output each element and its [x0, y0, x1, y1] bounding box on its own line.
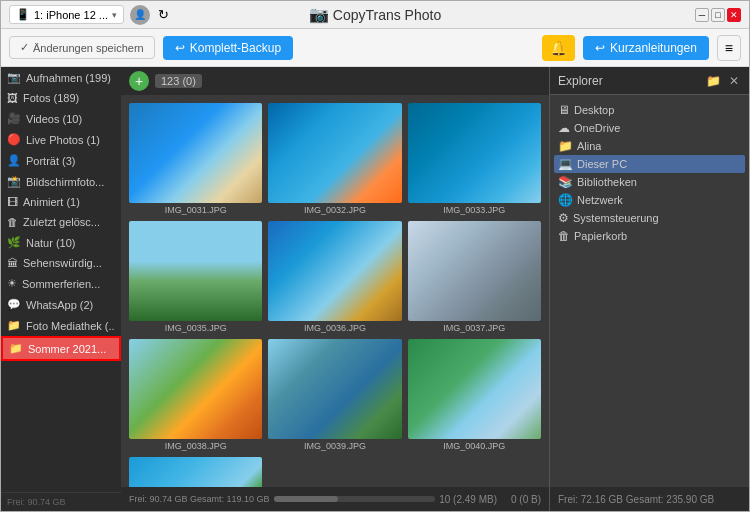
photo-thumbnail	[408, 221, 541, 321]
sidebar-item-label: Natur (10)	[26, 237, 115, 249]
komplett-backup-button[interactable]: ↩ Komplett-Backup	[163, 36, 293, 60]
photo-filename: IMG_0037.JPG	[443, 323, 505, 333]
app-window: 📱 1: iPhone 12 ... ▾ 👤 ↻ 📷 CopyTrans Pho…	[0, 0, 750, 512]
tree-item-icon: 💻	[558, 157, 573, 171]
photo-thumbnail	[268, 339, 401, 439]
title-bar: 📱 1: iPhone 12 ... ▾ 👤 ↻ 📷 CopyTrans Pho…	[1, 1, 749, 29]
photo-item[interactable]: IMG_0041.JPG	[129, 457, 262, 487]
photo-thumbnail	[129, 221, 262, 321]
sidebar-icon: 📷	[7, 71, 21, 84]
photo-panel-footer: Frei: 90.74 GB Gesamt: 119.10 GB10 (2.49…	[121, 487, 549, 511]
menu-icon: ≡	[725, 40, 733, 56]
guide-icon: ↩	[595, 41, 605, 55]
explorer-tree: 🖥Desktop☁OneDrive📁Alina💻Dieser PC📚Biblio…	[550, 95, 749, 487]
sidebar: 📷Aufnahmen (199)🖼Fotos (189)🎥Videos (10)…	[1, 67, 121, 511]
right-panel-close-icon[interactable]: ✕	[727, 72, 741, 90]
sidebar-item-animiert[interactable]: 🎞Animiert (1)	[1, 192, 121, 212]
right-panel-icons: 📁 ✕	[704, 72, 741, 90]
photo-selected-count: 10 (2.49 MB)	[439, 494, 497, 505]
folder-green-icon[interactable]: 📁	[704, 72, 723, 90]
profile-button[interactable]: 👤	[130, 5, 150, 25]
photo-thumbnail	[268, 103, 401, 203]
sidebar-item-fotos[interactable]: 🖼Fotos (189)	[1, 88, 121, 108]
tree-item-icon: 🗑	[558, 229, 570, 243]
close-button[interactable]: ✕	[727, 8, 741, 22]
device-icon: 📱	[16, 8, 30, 21]
device-selector[interactable]: 📱 1: iPhone 12 ... ▾	[9, 5, 124, 24]
sidebar-item-label: WhatsApp (2)	[26, 299, 115, 311]
tree-item-icon: 📁	[558, 139, 573, 153]
tree-item-icon: 📚	[558, 175, 573, 189]
sidebar-item-sommer2021[interactable]: 📁Sommer 2021...	[1, 336, 121, 361]
sidebar-item-label: Animiert (1)	[23, 196, 115, 208]
refresh-button[interactable]: ↻	[156, 8, 170, 22]
photo-item[interactable]: IMG_0035.JPG	[129, 221, 262, 333]
photo-thumbnail	[129, 457, 262, 487]
sidebar-item-videos[interactable]: 🎥Videos (10)	[1, 108, 121, 129]
storage-info: Frei: 90.74 GB Gesamt: 119.10 GB	[129, 494, 270, 504]
photo-thumbnail	[129, 339, 262, 439]
tree-item-alina[interactable]: 📁Alina	[554, 137, 745, 155]
notification-button[interactable]: 🔔	[542, 35, 575, 61]
photo-item[interactable]: IMG_0032.JPG	[268, 103, 401, 215]
sidebar-item-whatsapp[interactable]: 💬WhatsApp (2)	[1, 294, 121, 315]
sidebar-item-bildschirmfoto[interactable]: 📸Bildschirmfoto...	[1, 171, 121, 192]
tree-item-papierkorb[interactable]: 🗑Papierkorb	[554, 227, 745, 245]
sidebar-item-natur[interactable]: 🌿Natur (10)	[1, 232, 121, 253]
sidebar-icon: 👤	[7, 154, 21, 167]
photo-thumbnail	[408, 339, 541, 439]
sidebar-icon: 🎥	[7, 112, 21, 125]
backup-icon: ↩	[175, 41, 185, 55]
photo-filename: IMG_0031.JPG	[165, 205, 227, 215]
tree-item-desktop[interactable]: 🖥Desktop	[554, 101, 745, 119]
tree-item-onedrive[interactable]: ☁OneDrive	[554, 119, 745, 137]
window-controls: ─ □ ✕	[695, 8, 741, 22]
toolbar-right: 🔔 ↩ Kurzanleitungen ≡	[542, 35, 741, 61]
photo-filename: IMG_0040.JPG	[443, 441, 505, 451]
sidebar-item-sommerferien[interactable]: ☀Sommerferien...	[1, 273, 121, 294]
sidebar-item-live-photos[interactable]: 🔴Live Photos (1)	[1, 129, 121, 150]
photo-selected-size: 0 (0 B)	[511, 494, 541, 505]
tree-item-icon: ⚙	[558, 211, 569, 225]
maximize-button[interactable]: □	[711, 8, 725, 22]
photo-item[interactable]: IMG_0031.JPG	[129, 103, 262, 215]
sidebar-item-label: Sehenswürdig...	[23, 257, 115, 269]
sidebar-icon: 🗑	[7, 216, 18, 228]
sidebar-item-zuletzt[interactable]: 🗑Zuletzt gelösc...	[1, 212, 121, 232]
photo-item[interactable]: IMG_0037.JPG	[408, 221, 541, 333]
photo-filename: IMG_0039.JPG	[304, 441, 366, 451]
photo-item[interactable]: IMG_0036.JPG	[268, 221, 401, 333]
photo-item[interactable]: IMG_0038.JPG	[129, 339, 262, 451]
tree-item-netzwerk[interactable]: 🌐Netzwerk	[554, 191, 745, 209]
tree-item-label: Alina	[577, 140, 601, 152]
tree-item-systemsteuerung[interactable]: ⚙Systemsteuerung	[554, 209, 745, 227]
photo-item[interactable]: IMG_0033.JPG	[408, 103, 541, 215]
photo-filename: IMG_0038.JPG	[165, 441, 227, 451]
sidebar-item-portraet[interactable]: 👤Porträt (3)	[1, 150, 121, 171]
sidebar-item-aufnahmen[interactable]: 📷Aufnahmen (199)	[1, 67, 121, 88]
photo-scrollbar[interactable]	[274, 496, 436, 502]
hamburger-menu-button[interactable]: ≡	[717, 35, 741, 61]
tree-item-label: Desktop	[574, 104, 614, 116]
guide-button[interactable]: ↩ Kurzanleitungen	[583, 36, 709, 60]
sidebar-item-label: Live Photos (1)	[26, 134, 115, 146]
minimize-button[interactable]: ─	[695, 8, 709, 22]
tree-item-icon: 🌐	[558, 193, 573, 207]
sidebar-item-sehenswuerdig[interactable]: 🏛Sehenswürdig...	[1, 253, 121, 273]
sidebar-item-label: Videos (10)	[26, 113, 115, 125]
sidebar-item-label: Foto Mediathek (..‌	[26, 320, 115, 332]
photo-item[interactable]: IMG_0039.JPG	[268, 339, 401, 451]
save-changes-button[interactable]: ✓ Änderungen speichern	[9, 36, 155, 59]
photo-panel-header: + 123 (0)	[121, 67, 549, 95]
tree-item-label: Bibliotheken	[577, 176, 637, 188]
sidebar-icon: 📁	[9, 342, 23, 355]
tree-item-bibliotheken[interactable]: 📚Bibliotheken	[554, 173, 745, 191]
tree-item-icon: 🖥	[558, 103, 570, 117]
sidebar-icon: 🏛	[7, 257, 18, 269]
sidebar-item-label: Fotos (189)	[23, 92, 115, 104]
add-photos-button[interactable]: +	[129, 71, 149, 91]
tree-item-dieser-pc[interactable]: 💻Dieser PC	[554, 155, 745, 173]
photo-item[interactable]: IMG_0040.JPG	[408, 339, 541, 451]
sidebar-item-foto-mediathek[interactable]: 📁Foto Mediathek (..‌	[1, 315, 121, 336]
sidebar-icon: 🎞	[7, 196, 18, 208]
